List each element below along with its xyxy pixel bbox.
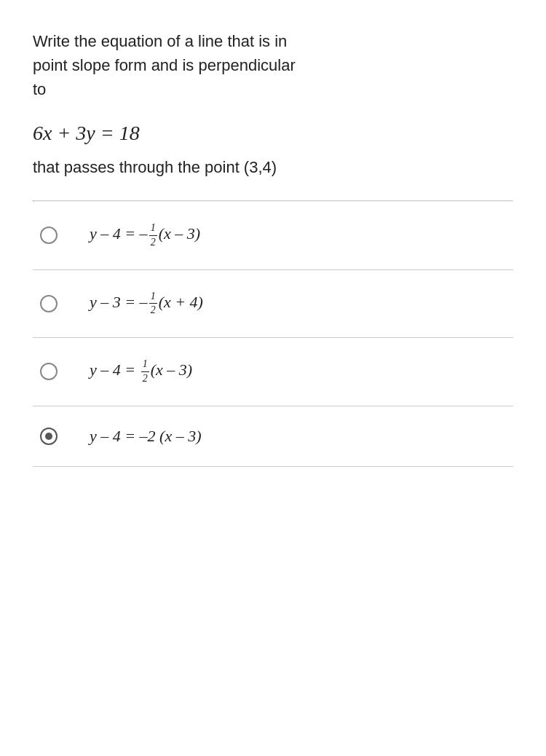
option-d-row[interactable]: y – 4 = –2 (x – 3) — [33, 406, 513, 467]
option-c-radio[interactable] — [40, 363, 58, 380]
question-line1: Write the equation of a line that is in — [33, 32, 287, 50]
option-a-formula: y – 4 = –12(x – 3) — [90, 222, 200, 249]
passes-through-text: that passes through the point (3,4) — [33, 158, 513, 177]
option-a-radio[interactable] — [40, 227, 58, 244]
question-line2: point slope form and is perpendicular — [33, 56, 296, 74]
option-b-radio[interactable] — [40, 295, 58, 312]
option-c-row[interactable]: y – 4 = 12(x – 3) — [33, 338, 513, 406]
option-d-radio[interactable] — [40, 428, 58, 445]
option-b-formula: y – 3 = –12(x + 4) — [90, 291, 203, 318]
option-d-formula: y – 4 = –2 (x – 3) — [90, 427, 202, 446]
main-equation: 6x + 3y = 18 — [33, 122, 513, 145]
option-c-formula: y – 4 = 12(x – 3) — [90, 358, 192, 385]
page-container: Write the equation of a line that is in … — [18, 0, 528, 756]
question-text: Write the equation of a line that is in … — [33, 29, 513, 101]
option-b-row[interactable]: y – 3 = –12(x + 4) — [33, 270, 513, 339]
option-a-row[interactable]: y – 4 = –12(x – 3) — [33, 202, 513, 270]
question-line3: to — [33, 80, 46, 98]
